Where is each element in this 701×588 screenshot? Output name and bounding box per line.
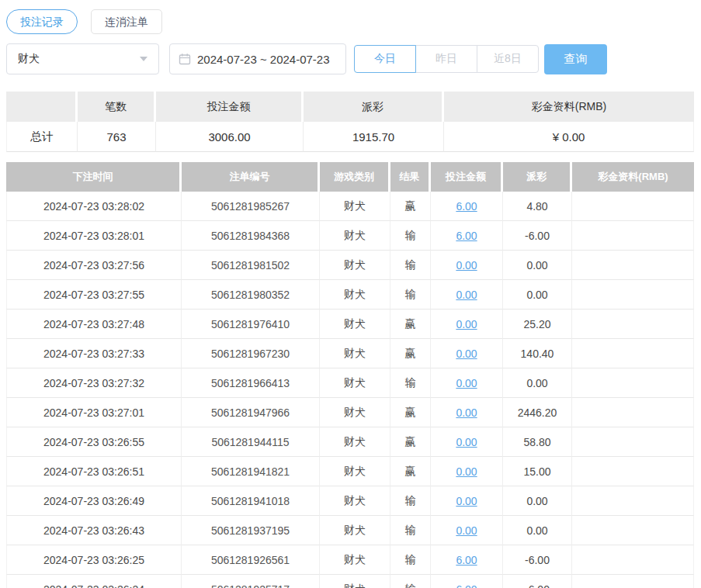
table-row: 2024-07-23 03:27:01 5061281947966 财犬 赢 0… [6,398,694,427]
bet-time-cell: 2024-07-23 03:27:32 [6,368,182,398]
summary-header-bonus: 彩金资料(RMB) [444,92,694,122]
bet-amount-link[interactable]: 0.00 [456,406,477,419]
summary-header-empty [6,92,78,122]
bet-number-cell: 5061281941821 [182,457,320,486]
summary-header-bet-amount: 投注金额 [156,92,304,122]
bonus-cell [572,221,694,251]
bet-amount-link[interactable]: 0.00 [456,348,477,360]
table-row: 2024-07-23 03:28:01 5061281984368 财犬 输 6… [6,221,694,251]
tab-cancelled-bets[interactable]: 连消注单 [91,9,162,34]
bet-time-cell: 2024-07-23 03:27:56 [6,251,182,280]
summary-table: 笔数 投注金额 派彩 彩金资料(RMB) 总计 763 3006.00 1915… [6,92,694,152]
table-row: 2024-07-23 03:26:25 5061281926561 财犬 输 6… [6,545,694,575]
table-row: 2024-07-23 03:26:24 5061281925717 财犬 输 6… [6,575,694,588]
result-cell: 输 [390,545,431,575]
result-cell: 输 [390,221,431,251]
betting-records-page: 投注记录 连消注单 财犬 2024-07-23 ~ 2024-07-23 今日 … [0,0,701,588]
game-type-cell: 财犬 [320,516,390,545]
bet-number-cell: 5061281941018 [182,486,320,516]
bet-amount-cell: 0.00 [431,427,503,457]
bet-amount-link[interactable]: 0.00 [456,524,477,537]
game-type-cell: 财犬 [320,192,390,221]
bet-amount-cell: 0.00 [431,457,503,486]
bet-number-cell: 5061281967230 [182,339,320,368]
bet-time-cell: 2024-07-23 03:26:55 [6,427,182,457]
summary-total-bonus: ¥ 0.00 [444,122,694,152]
result-cell: 输 [390,486,431,516]
query-button[interactable]: 查询 [544,44,607,74]
bet-amount-link[interactable]: 0.00 [456,377,477,389]
game-type-cell: 财犬 [320,398,390,427]
table-row: 2024-07-23 03:27:56 5061281981502 财犬 输 0… [6,251,694,280]
bet-amount-link[interactable]: 0.00 [456,465,477,478]
table-row: 2024-07-23 03:26:43 5061281937195 财犬 输 0… [6,516,694,545]
game-type-cell: 财犬 [320,221,390,251]
summary-total-count: 763 [78,122,156,152]
payout-cell: -6.00 [503,545,572,575]
bet-amount-link[interactable]: 6.00 [456,200,477,213]
yesterday-button[interactable]: 昨日 [415,45,477,73]
bet-time-cell: 2024-07-23 03:26:25 [6,545,182,575]
summary-header-row: 笔数 投注金额 派彩 彩金资料(RMB) [6,92,694,122]
table-row: 2024-07-23 03:26:49 5061281941018 财犬 输 0… [6,486,694,516]
result-cell: 赢 [390,457,431,486]
result-cell: 输 [390,368,431,398]
bet-number-cell: 5061281984368 [182,221,320,251]
last-8-days-button[interactable]: 近8日 [477,45,539,73]
bet-amount-link[interactable]: 0.00 [456,289,477,301]
bet-table-header-row: 下注时间 注单编号 游戏类别 结果 投注金额 派彩 彩金资料(RMB) [6,162,694,192]
bet-amount-link[interactable]: 0.00 [456,318,477,330]
game-type-cell: 财犬 [320,545,390,575]
bet-amount-link[interactable]: 6.00 [456,583,477,588]
filter-bar: 财犬 2024-07-23 ~ 2024-07-23 今日 昨日 近8日 查询 [6,43,694,74]
bet-number-cell: 5061281966413 [182,368,320,398]
payout-cell: 25.20 [503,310,572,339]
bet-amount-link[interactable]: 6.00 [456,230,477,242]
calendar-icon [179,53,191,65]
bet-amount-cell: 0.00 [431,251,503,280]
tab-betting-records[interactable]: 投注记录 [6,9,78,34]
result-cell: 输 [390,251,431,280]
payout-cell: 0.00 [503,280,572,310]
bet-time-cell: 2024-07-23 03:28:02 [6,192,182,221]
bonus-cell [572,427,694,457]
bet-amount-cell: 6.00 [431,192,503,221]
bet-table: 下注时间 注单编号 游戏类别 结果 投注金额 派彩 彩金资料(RMB) 2024… [6,162,694,588]
payout-cell: -6.00 [503,221,572,251]
summary-header-payout: 派彩 [304,92,444,122]
game-type-cell: 财犬 [320,368,390,398]
payout-cell: 0.00 [503,251,572,280]
quick-date-button-group: 今日 昨日 近8日 [354,45,539,73]
table-row: 2024-07-23 03:27:48 5061281976410 财犬 赢 0… [6,310,694,339]
table-row: 2024-07-23 03:28:02 5061281985267 财犬 赢 6… [6,192,694,221]
bonus-cell [572,486,694,516]
game-type-cell: 财犬 [320,457,390,486]
game-select[interactable]: 财犬 [6,43,159,74]
bonus-cell [572,251,694,280]
bet-number-cell: 5061281981502 [182,251,320,280]
result-cell: 输 [390,516,431,545]
bet-amount-link[interactable]: 0.00 [456,436,477,448]
result-cell: 赢 [390,192,431,221]
bonus-cell [572,339,694,368]
header-bet-number: 注单编号 [182,162,320,192]
bet-number-cell: 5061281925717 [182,575,320,588]
bet-amount-link[interactable]: 0.00 [456,495,477,507]
today-button[interactable]: 今日 [354,45,416,73]
bet-number-cell: 5061281976410 [182,310,320,339]
payout-cell: 140.40 [503,339,572,368]
game-type-cell: 财犬 [320,339,390,368]
bonus-cell [572,310,694,339]
date-range-picker[interactable]: 2024-07-23 ~ 2024-07-23 [169,43,346,74]
bet-amount-link[interactable]: 0.00 [456,259,477,272]
bet-amount-cell: 0.00 [431,280,503,310]
bet-number-cell: 5061281937195 [182,516,320,545]
bonus-cell [572,280,694,310]
bet-amount-link[interactable]: 6.00 [456,554,477,566]
bet-number-cell: 5061281947966 [182,398,320,427]
table-row: 2024-07-23 03:26:55 5061281944115 财犬 赢 0… [6,427,694,457]
date-range-value: 2024-07-23 ~ 2024-07-23 [197,53,330,66]
result-cell: 赢 [390,427,431,457]
bet-amount-cell: 0.00 [431,339,503,368]
summary-total-bet-amount: 3006.00 [156,122,304,152]
